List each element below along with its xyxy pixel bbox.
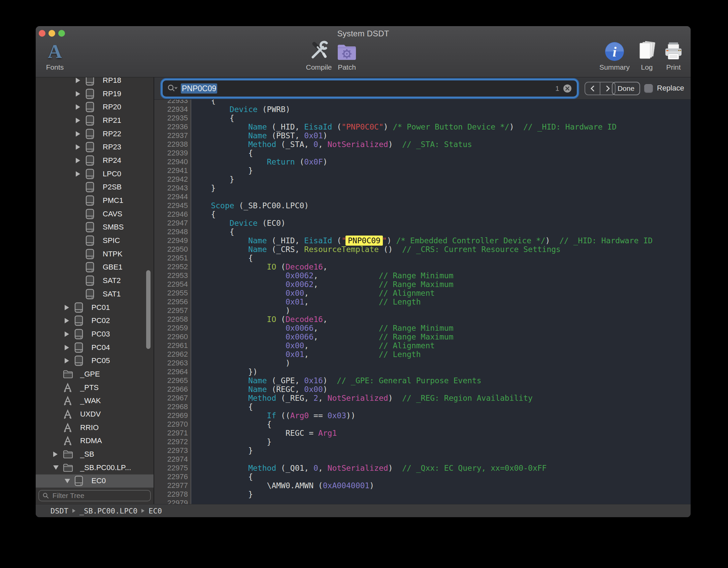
tree-item-gbe1[interactable]: GBE1 (36, 261, 154, 274)
line-number: 22949 (154, 236, 191, 245)
disclosure-collapsed-icon[interactable] (65, 305, 69, 310)
line-number: 22978 (154, 490, 191, 499)
filter-tree-input[interactable] (52, 491, 150, 500)
tree-item--sb[interactable]: _SB (36, 448, 154, 461)
breadcrumb-scope[interactable]: _SB.PC00.LPC0 (79, 507, 137, 515)
disclosure-collapsed-icon[interactable] (76, 78, 80, 83)
code-line: 22964 }) (154, 367, 691, 376)
line-number: 22975 (154, 464, 191, 472)
tree-item-cavs[interactable]: CAVS (36, 207, 154, 221)
summary-button[interactable]: i Summary (596, 39, 633, 71)
line-number: 22934 (154, 105, 191, 114)
patch-folder-icon (336, 39, 357, 61)
disclosure-expanded-icon[interactable] (53, 465, 59, 470)
code-line: 22961 0x00, // Alignment (154, 341, 691, 350)
tree-item-sat1[interactable]: SAT1 (36, 287, 154, 301)
tree-item-label: RP20 (103, 103, 121, 111)
tree-item--wak[interactable]: _WAK (36, 394, 154, 408)
tree-item-rp23[interactable]: RP23 (36, 140, 154, 154)
code-line: 22934 Device (PWRB) (154, 105, 691, 114)
tree-item-ntpk[interactable]: NTPK (36, 247, 154, 261)
fonts-button[interactable]: A Fonts (40, 39, 69, 71)
search-options-icon[interactable] (167, 84, 177, 93)
tree-item-label: PC01 (92, 303, 110, 312)
line-number: 22954 (154, 280, 191, 289)
tree-item-spic[interactable]: SPIC (36, 234, 154, 247)
tree-item-rrio[interactable]: RRIO (36, 421, 154, 434)
print-icon (663, 39, 684, 61)
done-button[interactable]: Done (612, 82, 640, 95)
tree-item--gpe[interactable]: _GPE (36, 367, 154, 381)
tree-item-label: _SB.PC00.LP... (80, 463, 131, 472)
device-icon (74, 315, 83, 326)
tree-item-pmc1[interactable]: PMC1 (36, 194, 154, 207)
tree-item-pc02[interactable]: PC02 (36, 314, 154, 327)
folder-icon (63, 463, 73, 472)
tree-item-p2sb[interactable]: P2SB (36, 181, 154, 194)
disclosure-collapsed-icon[interactable] (76, 104, 80, 110)
line-number: 22979 (154, 499, 191, 504)
disclosure-collapsed-icon[interactable] (53, 452, 58, 457)
sidebar-scrollbar-thumb[interactable] (146, 270, 151, 349)
disclosure-collapsed-icon[interactable] (76, 144, 80, 150)
disclosure-collapsed-icon[interactable] (65, 345, 69, 350)
log-button[interactable]: Log (635, 39, 659, 71)
disclosure-collapsed-icon[interactable] (76, 91, 80, 97)
code-line: 22971 REGC = Arg1 (154, 429, 691, 437)
tree-item-pc03[interactable]: PC03 (36, 327, 154, 341)
tree-item-pc05[interactable]: PC05 (36, 354, 154, 367)
tree-item-rdma[interactable]: RDMA (36, 434, 154, 448)
tree-item--sb-pc00-lp-[interactable]: _SB.PC00.LP... (36, 461, 154, 474)
search-field[interactable]: PNP0C09 1 (163, 80, 577, 97)
tree-item-rp22[interactable]: RP22 (36, 127, 154, 141)
clear-search-icon[interactable] (563, 84, 572, 93)
tree-item-pc04[interactable]: PC04 (36, 341, 154, 354)
tree-item-uxdv[interactable]: UXDV (36, 407, 154, 421)
code-line: 22969 If ((Arg0 == 0x03)) (154, 411, 691, 420)
line-number: 22936 (154, 122, 191, 131)
print-button[interactable]: Print (659, 39, 688, 71)
tree-item-sat2[interactable]: SAT2 (36, 274, 154, 287)
disclosure-collapsed-icon[interactable] (65, 358, 69, 363)
replace-checkbox[interactable] (644, 84, 653, 93)
log-pages-icon (637, 39, 657, 61)
device-icon (86, 222, 94, 233)
compile-button[interactable]: Compile (304, 39, 334, 71)
disclosure-expanded-icon[interactable] (65, 479, 70, 483)
breadcrumb: DSDT _SB.PC00.LPC0 EC0 (36, 504, 691, 517)
tree-item-pc01[interactable]: PC01 (36, 301, 154, 314)
disclosure-collapsed-icon[interactable] (76, 171, 80, 177)
tree-item-label: RP19 (103, 90, 121, 98)
device-icon (86, 77, 94, 86)
tree-item-smbs[interactable]: SMBS (36, 221, 154, 234)
disclosure-collapsed-icon[interactable] (76, 118, 80, 123)
tree-item-rp20[interactable]: RP20 (36, 100, 154, 114)
line-number: 22942 (154, 175, 191, 184)
tree-item-rp21[interactable]: RP21 (36, 114, 154, 127)
tree-item-rp19[interactable]: RP19 (36, 87, 154, 101)
line-number: 22952 (154, 262, 191, 271)
patch-button[interactable]: Patch (333, 39, 360, 71)
device-icon (86, 182, 94, 192)
tree-item--pts[interactable]: _PTS (36, 381, 154, 394)
tree-item-ec0[interactable]: EC0 (36, 474, 154, 488)
find-previous-button[interactable] (585, 82, 600, 95)
tree-item-lpc0[interactable]: LPC0 (36, 167, 154, 181)
window-titlebar[interactable]: System DSDT A Fonts Compile (36, 26, 691, 77)
disclosure-collapsed-icon[interactable] (65, 331, 69, 337)
filter-tree-field[interactable] (38, 490, 151, 501)
code-line: 22966 Name (REGC, 0x00) (154, 385, 691, 394)
tree-item-label: EC0 (92, 476, 106, 485)
breadcrumb-device[interactable]: EC0 (148, 507, 162, 515)
breadcrumb-root[interactable]: DSDT (51, 507, 68, 515)
disclosure-collapsed-icon[interactable] (76, 131, 80, 137)
disclosure-collapsed-icon[interactable] (65, 318, 69, 323)
disclosure-collapsed-icon[interactable] (76, 158, 80, 163)
tree-item-rp24[interactable]: RP24 (36, 154, 154, 167)
tree-item-label: RP24 (103, 156, 121, 165)
code-line: 22957 ) (154, 306, 691, 315)
tree-item-label: PC03 (92, 330, 110, 339)
tree-item-rp18[interactable]: RP18 (36, 77, 154, 87)
code-editor[interactable]: 22933 {22934 Device (PWRB)22935 {22936 N… (154, 100, 691, 504)
code-line: 22937 Name (PBST, 0x01) (154, 131, 691, 140)
